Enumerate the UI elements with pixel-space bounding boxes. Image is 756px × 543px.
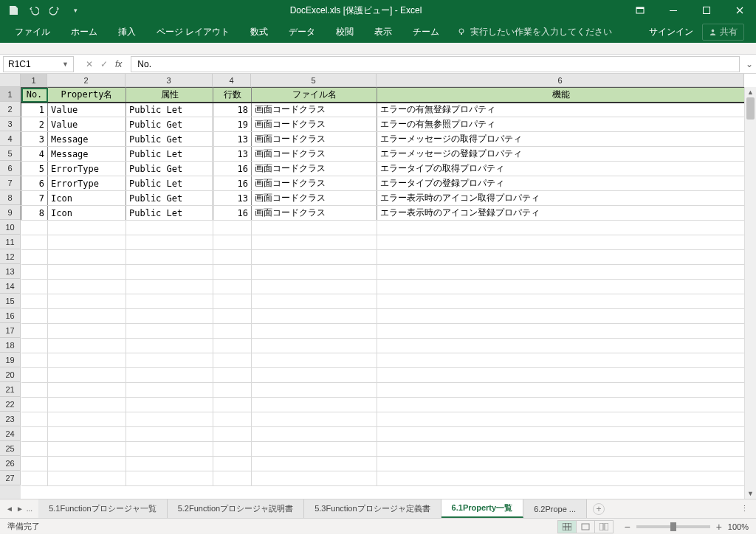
scroll-down-icon[interactable]: ▼ xyxy=(745,488,756,499)
row-header[interactable]: 21 xyxy=(0,382,21,397)
table-cell[interactable] xyxy=(126,427,213,442)
sheet-nav-prev-icon[interactable]: ◄ xyxy=(6,505,13,513)
sheet-tab[interactable]: 5.2Functionプロシージャ説明書 xyxy=(168,499,304,518)
row-header[interactable]: 25 xyxy=(0,441,21,456)
table-cell[interactable] xyxy=(21,324,48,339)
row-header[interactable]: 14 xyxy=(0,279,21,294)
table-cell[interactable] xyxy=(126,324,213,339)
table-cell[interactable] xyxy=(21,457,48,471)
table-cell[interactable]: Icon xyxy=(48,206,126,221)
table-cell[interactable]: Message xyxy=(48,147,126,162)
table-cell[interactable]: Icon xyxy=(48,191,126,206)
table-cell[interactable]: Message xyxy=(48,132,126,147)
table-cell[interactable] xyxy=(377,471,745,486)
table-cell[interactable] xyxy=(377,280,745,294)
row-header[interactable]: 23 xyxy=(0,412,21,426)
name-box[interactable]: R1C1 ▼ xyxy=(3,56,74,72)
table-cell[interactable] xyxy=(126,353,213,368)
row-header[interactable]: 10 xyxy=(0,220,21,235)
row-header[interactable]: 3 xyxy=(0,117,21,131)
table-cell[interactable] xyxy=(48,250,126,265)
table-cell[interactable]: Public Get xyxy=(126,132,213,147)
scroll-up-icon[interactable]: ▲ xyxy=(745,87,756,97)
table-cell[interactable] xyxy=(213,221,252,235)
table-cell[interactable] xyxy=(21,368,48,383)
table-cell[interactable] xyxy=(377,368,745,383)
table-cell[interactable] xyxy=(48,398,126,412)
table-cell[interactable]: Public Get xyxy=(126,191,213,206)
row-header[interactable]: 22 xyxy=(0,397,21,412)
table-cell[interactable] xyxy=(252,427,377,442)
table-cell[interactable]: 13 xyxy=(213,147,252,162)
row-header[interactable]: 1 xyxy=(0,87,21,102)
add-sheet-button[interactable]: + xyxy=(593,503,605,515)
table-cell[interactable] xyxy=(377,235,745,250)
table-cell[interactable] xyxy=(21,353,48,368)
table-cell[interactable] xyxy=(377,294,745,309)
table-header-cell[interactable]: No. xyxy=(21,88,48,103)
table-cell[interactable]: 16 xyxy=(213,206,252,221)
row-header[interactable]: 27 xyxy=(0,471,21,485)
table-cell[interactable] xyxy=(377,221,745,235)
table-header-cell[interactable]: Property名 xyxy=(48,88,126,103)
table-cell[interactable]: 画面コードクラス xyxy=(252,206,377,221)
table-cell[interactable]: Public Let xyxy=(126,206,213,221)
zoom-out-button[interactable]: − xyxy=(624,521,630,533)
table-cell[interactable] xyxy=(126,412,213,427)
table-cell[interactable] xyxy=(377,339,745,353)
table-header-cell[interactable]: 属性 xyxy=(126,88,213,103)
table-cell[interactable] xyxy=(252,235,377,250)
table-cell[interactable]: 2 xyxy=(21,117,48,132)
zoom-in-button[interactable]: + xyxy=(716,521,722,533)
table-cell[interactable] xyxy=(48,368,126,383)
table-cell[interactable] xyxy=(213,265,252,280)
table-cell[interactable] xyxy=(126,280,213,294)
cell-grid[interactable]: No.Property名属性行数ファイル名機能1ValuePublic Let1… xyxy=(21,87,744,499)
table-cell[interactable]: 4 xyxy=(21,147,48,162)
table-cell[interactable] xyxy=(126,309,213,324)
table-cell[interactable] xyxy=(21,309,48,324)
column-header[interactable]: 5 xyxy=(251,74,377,87)
fx-icon[interactable]: fx xyxy=(115,59,122,69)
sheet-tab[interactable]: 6.2Prope ... xyxy=(523,499,587,518)
page-break-view-button[interactable] xyxy=(594,520,614,533)
table-cell[interactable] xyxy=(213,235,252,250)
table-cell[interactable]: 3 xyxy=(21,132,48,147)
table-cell[interactable] xyxy=(213,383,252,398)
table-cell[interactable] xyxy=(21,398,48,412)
table-cell[interactable] xyxy=(252,339,377,353)
table-cell[interactable] xyxy=(252,457,377,471)
minimize-icon[interactable] xyxy=(656,0,690,21)
table-cell[interactable]: 7 xyxy=(21,191,48,206)
table-cell[interactable] xyxy=(377,309,745,324)
table-cell[interactable] xyxy=(252,442,377,457)
maximize-icon[interactable] xyxy=(690,0,723,21)
table-cell[interactable] xyxy=(252,353,377,368)
table-cell[interactable] xyxy=(252,294,377,309)
table-cell[interactable]: 16 xyxy=(213,176,252,191)
table-cell[interactable] xyxy=(252,471,377,486)
ribbon-tab[interactable]: 数式 xyxy=(240,21,278,43)
table-cell[interactable] xyxy=(213,353,252,368)
table-cell[interactable] xyxy=(377,383,745,398)
table-cell[interactable] xyxy=(252,368,377,383)
table-cell[interactable] xyxy=(126,265,213,280)
ribbon-tab[interactable]: ページ レイアウト xyxy=(146,21,240,43)
table-cell[interactable]: 画面コードクラス xyxy=(252,176,377,191)
close-icon[interactable] xyxy=(723,0,756,21)
table-cell[interactable] xyxy=(213,324,252,339)
row-header[interactable]: 26 xyxy=(0,456,21,471)
table-cell[interactable] xyxy=(48,265,126,280)
table-cell[interactable] xyxy=(252,250,377,265)
table-cell[interactable]: 画面コードクラス xyxy=(252,132,377,147)
row-header[interactable]: 16 xyxy=(0,308,21,323)
table-cell[interactable] xyxy=(213,294,252,309)
table-cell[interactable]: ErrorType xyxy=(48,162,126,176)
vertical-scrollbar[interactable]: ▲ ▼ xyxy=(744,87,756,499)
table-cell[interactable] xyxy=(48,280,126,294)
table-cell[interactable] xyxy=(48,457,126,471)
table-cell[interactable] xyxy=(48,235,126,250)
table-cell[interactable] xyxy=(377,412,745,427)
table-cell[interactable] xyxy=(126,294,213,309)
table-cell[interactable] xyxy=(21,471,48,486)
